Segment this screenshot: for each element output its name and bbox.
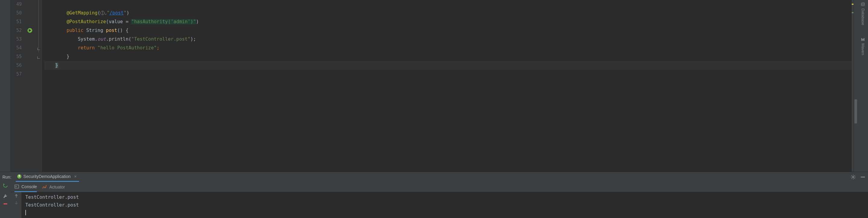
console-output[interactable]: TestController.post TestController.post [22,192,868,218]
actuator-tab[interactable]: Actuator [42,182,65,192]
arrow-down-icon[interactable] [14,201,19,205]
code-editor[interactable]: 49 50 51 52 53 54 55 56 57 @GetMapping(⌄… [10,0,858,172]
editor-scrollbar[interactable] [854,0,858,172]
svg-rect-4 [861,176,865,177]
fold-gutter[interactable] [36,0,42,172]
run-header: Run: SecurityDemoApplication × [0,172,868,182]
gear-icon[interactable] [850,174,856,180]
code-content[interactable]: @GetMapping(⌄"/post") @PostAuthorize(val… [42,0,852,172]
url-link[interactable]: /post [110,10,124,16]
console-nav-column [11,192,22,218]
actuator-icon [42,185,47,189]
chevron-down-icon[interactable]: ⌄ [105,11,107,15]
gutter-icon-strip [25,0,36,172]
run-tool-window: Run: SecurityDemoApplication × Console A… [0,172,868,218]
run-config-tab[interactable]: SecurityDemoApplication × [16,172,79,182]
console-icon [14,184,19,189]
database-icon [861,2,865,7]
cursor [25,210,26,215]
project-tool-strip[interactable] [0,0,10,172]
arrow-up-icon[interactable] [14,193,19,198]
annotation-getmapping: @GetMapping [67,10,98,16]
spring-run-icon[interactable] [27,28,33,33]
right-tool-strip: Database Maven [858,0,868,172]
maven-icon [861,37,865,42]
console-tab[interactable]: Console [14,182,37,192]
svg-rect-6 [4,203,7,205]
console-line: TestController.post [25,193,864,201]
maven-tool-button[interactable]: Maven [861,37,865,55]
spring-icon [17,174,22,179]
database-tool-button[interactable]: Database [861,2,865,25]
svg-point-1 [861,3,865,4]
run-actions-column [0,192,11,218]
run-label: Run: [2,175,11,179]
console-line: TestController.post [25,201,864,209]
globe-icon [100,11,105,15]
run-side-actions [0,182,11,192]
rerun-icon[interactable] [3,183,8,188]
line-number-gutter: 49 50 51 52 53 54 55 56 57 [10,0,25,172]
wrench-icon[interactable] [3,194,8,199]
svg-point-3 [852,176,854,178]
annotation-postauthorize: @PostAuthorize [67,19,106,24]
scrollbar-thumb[interactable] [855,99,857,123]
minimize-icon[interactable] [860,174,866,180]
close-icon[interactable]: × [74,174,76,179]
stop-icon[interactable] [3,203,8,205]
